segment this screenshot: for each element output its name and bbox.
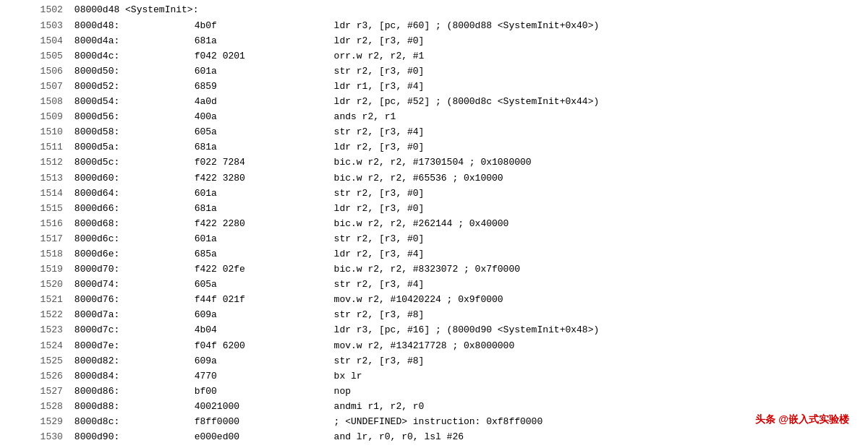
line-number: 1523 <box>0 323 72 338</box>
instruction: ldr r3, [pc, #16] ; (8000d90 <SystemInit… <box>334 323 868 338</box>
hex-bytes: f422 2280 <box>195 216 334 231</box>
line-number: 1530 <box>0 430 72 445</box>
address: 8000d52: <box>72 79 195 94</box>
address: 8000d58: <box>72 125 195 140</box>
table-row: 15198000d70:f422 02febic.w r2, r2, #8323… <box>0 262 868 277</box>
line-number: 1515 <box>0 201 72 216</box>
table-row: 15298000d8c:f8ff0000; <UNDEFINED> instru… <box>0 415 868 430</box>
line-number: 1521 <box>0 293 72 308</box>
line-number: 1507 <box>0 79 72 94</box>
table-row: 15078000d52:6859ldr r1, [r3, #4] <box>0 79 868 94</box>
code-table: 150208000d48 <SystemInit>:15038000d48:4b… <box>0 3 868 445</box>
table-row: 15168000d68:f422 2280bic.w r2, r2, #2621… <box>0 216 868 231</box>
watermark: 头条 @嵌入式实验楼 <box>751 412 854 428</box>
instruction: str r2, [r3, #0] <box>334 64 868 79</box>
line-number: 1505 <box>0 48 72 64</box>
hex-bytes: f042 0201 <box>195 48 334 64</box>
instruction: bx lr <box>334 369 868 384</box>
address: 8000d48: <box>72 18 195 33</box>
hex-bytes: 601a <box>195 231 334 246</box>
instruction: nop <box>334 384 868 399</box>
hex-bytes: f422 02fe <box>195 262 334 277</box>
instruction: str r2, [r3, #8] <box>334 353 868 369</box>
instruction: ldr r2, [r3, #4] <box>334 247 868 262</box>
hex-bytes: 605a <box>195 277 334 293</box>
instruction: ldr r3, [pc, #60] ; (8000d88 <SystemInit… <box>334 18 868 33</box>
address: 8000d6c: <box>72 231 195 246</box>
table-row: 15118000d5a:681aldr r2, [r3, #0] <box>0 140 868 155</box>
line-number: 1528 <box>0 399 72 414</box>
address: 8000d5c: <box>72 155 195 171</box>
table-row: 15098000d56:400aands r2, r1 <box>0 110 868 125</box>
hex-bytes: f022 7284 <box>195 155 334 171</box>
hex-bytes: 4a0d <box>195 95 334 110</box>
address: 8000d54: <box>72 95 195 110</box>
address: 8000d7c: <box>72 323 195 338</box>
table-row: 15238000d7c:4b04ldr r3, [pc, #16] ; (800… <box>0 323 868 338</box>
line-number: 1503 <box>0 18 72 33</box>
table-row: 15038000d48:4b0fldr r3, [pc, #60] ; (800… <box>0 18 868 33</box>
code-container: 150208000d48 <SystemInit>:15038000d48:4b… <box>0 0 868 448</box>
address: 8000d5a: <box>72 140 195 155</box>
hex-bytes: 685a <box>195 247 334 262</box>
hex-bytes: 681a <box>195 33 334 48</box>
table-row: 15148000d64:601astr r2, [r3, #0] <box>0 186 868 201</box>
table-row: 150208000d48 <SystemInit>: <box>0 3 868 18</box>
line-number: 1511 <box>0 140 72 155</box>
line-number: 1522 <box>0 308 72 323</box>
address: 8000d90: <box>72 430 195 445</box>
address: 8000d66: <box>72 201 195 216</box>
instruction: bic.w r2, r2, #262144 ; 0x40000 <box>334 216 868 231</box>
instruction: ands r2, r1 <box>334 110 868 125</box>
line-number: 1504 <box>0 33 72 48</box>
instruction: ldr r2, [pc, #52] ; (8000d8c <SystemInit… <box>334 95 868 110</box>
hex-bytes: f8ff0000 <box>195 415 334 430</box>
line-number: 1502 <box>0 3 72 18</box>
address: 8000d74: <box>72 277 195 293</box>
address: 8000d86: <box>72 384 195 399</box>
address: 8000d56: <box>72 110 195 125</box>
table-row: 15228000d7a:609astr r2, [r3, #8] <box>0 308 868 323</box>
address: 8000d7e: <box>72 338 195 353</box>
line-number: 1519 <box>0 262 72 277</box>
instruction: mov.w r2, #10420224 ; 0x9f0000 <box>334 293 868 308</box>
hex-bytes: f44f 021f <box>195 293 334 308</box>
table-row: 15178000d6c:601astr r2, [r3, #0] <box>0 231 868 246</box>
hex-bytes: 4b04 <box>195 323 334 338</box>
line-number: 1508 <box>0 95 72 110</box>
table-row: 15068000d50:601astr r2, [r3, #0] <box>0 64 868 79</box>
table-row: 15128000d5c:f022 7284bic.w r2, r2, #1730… <box>0 155 868 171</box>
address: 8000d7a: <box>72 308 195 323</box>
hex-bytes: 4770 <box>195 369 334 384</box>
instruction: str r2, [r3, #0] <box>334 231 868 246</box>
hex-bytes: 605a <box>195 125 334 140</box>
address: 8000d4a: <box>72 33 195 48</box>
line-number: 1514 <box>0 186 72 201</box>
table-row: 15058000d4c:f042 0201orr.w r2, r2, #1 <box>0 48 868 64</box>
table-row: 15268000d84:4770bx lr <box>0 369 868 384</box>
hex-bytes: f422 3280 <box>195 171 334 186</box>
address: 8000d60: <box>72 171 195 186</box>
address: 8000d4c: <box>72 48 195 64</box>
address: 8000d8c: <box>72 415 195 430</box>
hex-bytes: 400a <box>195 110 334 125</box>
table-row: 15248000d7e:f04f 6200mov.w r2, #13421772… <box>0 338 868 353</box>
address: 8000d70: <box>72 262 195 277</box>
hex-bytes: 681a <box>195 201 334 216</box>
table-row: 15188000d6e:685aldr r2, [r3, #4] <box>0 247 868 262</box>
address: 8000d6e: <box>72 247 195 262</box>
hex-bytes: 601a <box>195 186 334 201</box>
hex-bytes: 40021000 <box>195 399 334 414</box>
line-number: 1520 <box>0 277 72 293</box>
table-row: 15158000d66:681aldr r2, [r3, #0] <box>0 201 868 216</box>
table-row: 15278000d86:bf00nop <box>0 384 868 399</box>
instruction: ldr r2, [r3, #0] <box>334 201 868 216</box>
hex-bytes: f04f 6200 <box>195 338 334 353</box>
hex-bytes: bf00 <box>195 384 334 399</box>
address: 8000d88: <box>72 399 195 414</box>
table-row: 15288000d88:40021000andmi r1, r2, r0 <box>0 399 868 414</box>
line-number: 1510 <box>0 125 72 140</box>
instruction: ldr r1, [r3, #4] <box>334 79 868 94</box>
line-number: 1506 <box>0 64 72 79</box>
line-number: 1513 <box>0 171 72 186</box>
